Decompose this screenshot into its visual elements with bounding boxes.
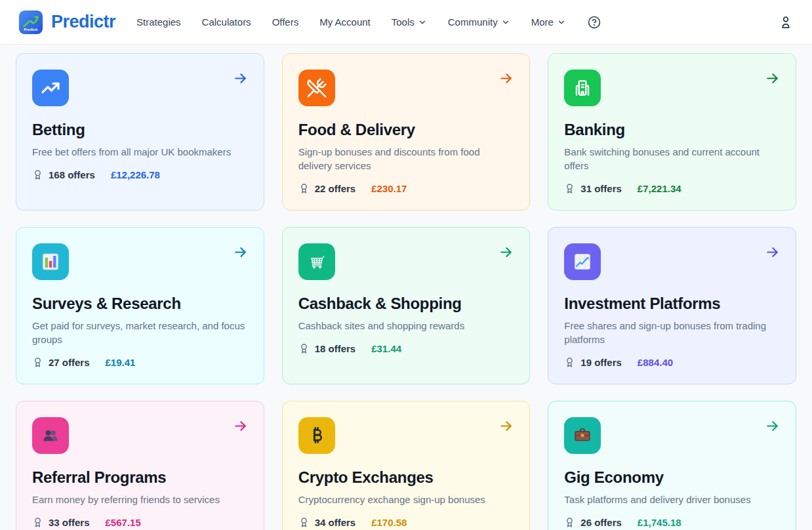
arrow-right-icon[interactable] xyxy=(765,71,780,86)
help-icon xyxy=(587,15,601,30)
category-icon-tile xyxy=(298,243,335,280)
card-crypto-exchanges[interactable]: Crypto Exchanges Cryptocurrency exchange… xyxy=(282,401,531,530)
category-stats: 168 offers £12,226.78 xyxy=(32,169,248,180)
category-icon-tile xyxy=(564,243,601,280)
category-icon-tile xyxy=(298,70,335,106)
category-title: Referral Programs xyxy=(32,468,248,487)
nav-calculators[interactable]: Calculators xyxy=(202,16,251,28)
card-surveys-research[interactable]: Surveys & Research Get paid for surveys,… xyxy=(16,227,264,384)
arrow-right-icon[interactable] xyxy=(233,245,248,260)
category-stats: 26 offers £1,745.18 xyxy=(564,517,780,528)
brand-name: Predictr xyxy=(51,12,115,32)
award-icon xyxy=(298,517,310,528)
card-gig-economy[interactable]: Gig Economy Task platforms and delivery … xyxy=(548,401,796,530)
nav-offers[interactable]: Offers xyxy=(272,16,299,28)
nav-more-dropdown[interactable]: More xyxy=(531,16,566,28)
category-icon-tile xyxy=(32,243,69,280)
category-grid: Betting Free bet offers from all major U… xyxy=(0,45,812,530)
main-nav: Strategies Calculators Offers My Account… xyxy=(136,16,566,28)
arrow-right-icon[interactable] xyxy=(498,418,514,434)
category-icon-tile xyxy=(564,70,601,106)
card-banking[interactable]: Banking Bank switching bonuses and curre… xyxy=(548,53,796,211)
category-title: Crypto Exchanges xyxy=(298,468,514,487)
card-cashback-shopping[interactable]: Cashback & Shopping Cashback sites and s… xyxy=(282,227,531,384)
category-description: Sign-up bonuses and discounts from food … xyxy=(298,145,514,173)
category-description: Free shares and sign-up bonuses from tra… xyxy=(564,319,780,346)
shopping-cart-icon xyxy=(306,251,327,272)
offers-count: 34 offers xyxy=(315,517,356,528)
category-icon-tile xyxy=(564,417,601,454)
category-stats: 31 offers £7,221.34 xyxy=(564,183,780,194)
account-button[interactable] xyxy=(778,14,794,30)
nav-my-account[interactable]: My Account xyxy=(319,16,371,28)
category-title: Betting xyxy=(32,121,248,139)
category-stats: 22 offers £230.17 xyxy=(298,183,514,194)
card-referral-programs[interactable]: Referral Programs Earn money by referrin… xyxy=(16,401,264,530)
category-description: Free bet offers from all major UK bookma… xyxy=(32,145,248,159)
total-value: £1,745.18 xyxy=(638,517,681,528)
offers-count: 31 offers xyxy=(580,183,622,194)
chart-increasing-icon xyxy=(572,251,593,272)
offers-count: 168 offers xyxy=(49,169,95,180)
arrow-right-icon[interactable] xyxy=(765,418,780,434)
nav-tools-dropdown[interactable]: Tools xyxy=(392,16,427,28)
offers-count: 33 offers xyxy=(49,517,90,528)
category-icon-tile xyxy=(298,417,335,454)
category-title: Gig Economy xyxy=(564,468,780,487)
award-icon xyxy=(564,357,575,368)
people-icon xyxy=(40,425,61,446)
category-stats: 34 offers £170.58 xyxy=(298,517,514,528)
award-icon xyxy=(32,169,43,180)
category-title: Cashback & Shopping xyxy=(298,295,514,313)
category-stats: 33 offers £567.15 xyxy=(32,517,248,528)
arrow-right-icon[interactable] xyxy=(498,71,514,86)
card-investment-platforms[interactable]: Investment Platforms Free shares and sig… xyxy=(548,227,796,384)
category-stats: 18 offers £31.44 xyxy=(298,343,514,354)
total-value: £12,226.78 xyxy=(111,169,160,180)
help-button[interactable] xyxy=(587,15,601,30)
category-description: Cryptocurrency exchange sign-up bonuses xyxy=(298,493,514,506)
offers-count: 22 offers xyxy=(315,183,356,194)
user-icon xyxy=(778,14,794,30)
total-value: £19.41 xyxy=(106,357,136,368)
offers-count: 27 offers xyxy=(49,357,90,368)
total-value: £170.58 xyxy=(371,517,407,528)
award-icon xyxy=(298,183,310,194)
total-value: £7,221.34 xyxy=(638,183,681,194)
category-title: Banking xyxy=(564,121,780,139)
arrow-right-icon[interactable] xyxy=(233,71,248,86)
category-title: Surveys & Research xyxy=(32,295,248,313)
arrow-right-icon[interactable] xyxy=(233,418,248,434)
award-icon xyxy=(564,183,575,194)
offers-count: 18 offers xyxy=(315,343,356,354)
briefcase-icon xyxy=(572,425,593,446)
category-description: Earn money by referring friends to servi… xyxy=(32,493,248,506)
category-description: Get paid for surveys, market research, a… xyxy=(32,319,248,346)
nav-community-dropdown[interactable]: Community xyxy=(448,16,510,28)
category-icon-tile xyxy=(32,70,69,106)
svg-text:Predictr: Predictr xyxy=(24,28,38,31)
category-stats: 27 offers £19.41 xyxy=(32,357,248,368)
category-description: Bank switching bonuses and current accou… xyxy=(564,145,780,173)
nav-strategies[interactable]: Strategies xyxy=(136,16,181,28)
category-title: Food & Delivery xyxy=(298,121,514,139)
card-food-delivery[interactable]: Food & Delivery Sign-up bonuses and disc… xyxy=(282,53,531,211)
category-icon-tile xyxy=(32,417,69,454)
arrow-right-icon[interactable] xyxy=(765,245,780,260)
category-title: Investment Platforms xyxy=(564,295,780,313)
utensils-crossed-icon xyxy=(306,77,327,98)
arrow-right-icon[interactable] xyxy=(498,245,514,260)
total-value: £31.44 xyxy=(371,343,401,354)
brand-logo[interactable]: Predictr Predictr xyxy=(18,10,115,35)
total-value: £884.40 xyxy=(638,357,673,368)
bitcoin-icon xyxy=(306,425,327,446)
total-value: £567.15 xyxy=(106,517,141,528)
category-description: Cashback sites and shopping rewards xyxy=(298,319,514,333)
offers-count: 26 offers xyxy=(580,517,622,528)
award-icon xyxy=(298,343,310,354)
card-betting[interactable]: Betting Free bet offers from all major U… xyxy=(16,53,264,211)
award-icon xyxy=(564,517,575,528)
category-stats: 19 offers £884.40 xyxy=(564,357,780,368)
predictr-app-icon: Predictr xyxy=(18,10,43,35)
offers-count: 19 offers xyxy=(580,357,622,368)
